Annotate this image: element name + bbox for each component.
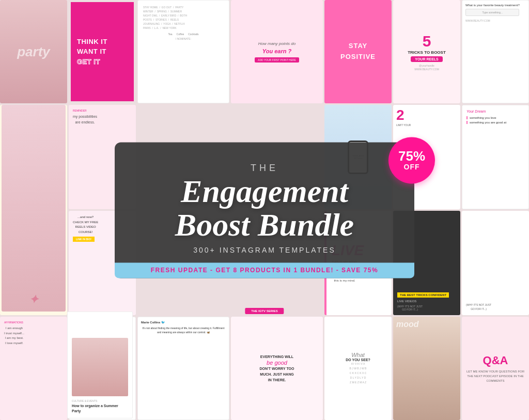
bg-tile-yourdream: Your Dream something you love something … xyxy=(462,105,529,209)
person-photo-card: ✦ xyxy=(2,105,66,312)
subtitle: 300+ Instagram Templates xyxy=(146,246,383,254)
main-title-line1: Engagement Boost Bundle xyxy=(146,175,383,242)
bg-tile-think: THINK IT WANT IT GET IT xyxy=(69,0,136,103)
bg-tile-tricks: 5 TRICKS TO BOOST YOUR REELS @yourhandle… xyxy=(393,0,460,103)
bg-tile-beauty: What is your favorite beauty treatment? … xyxy=(462,0,529,103)
bg-tile-notjust: (WHY IT'S NOT JUSTGO FOR IT...) xyxy=(462,211,529,315)
discount-badge: 75% OFF xyxy=(388,137,435,183)
bg-tile-howmany: How many points do You earn ? ADD YOUR F… xyxy=(231,0,323,103)
bg-tile-moodphoto: mood xyxy=(393,317,460,420)
bg-tile-staypositive: STAY POSITIVE xyxy=(324,0,392,103)
bg-tile-affirmations: AFFIRMATIONS I am enoughI trust myself..… xyxy=(0,317,67,420)
igtv-badge: THE IGTV SERIES xyxy=(245,308,284,314)
bg-tile-qa: Q&A LET ME KNOW YOUR QUESTIONS FOR THE N… xyxy=(462,317,529,420)
bg-tile-everything: EVERYTHING WILL be good DON'T WORRY TOOM… xyxy=(231,317,323,420)
blog-card: CULTURE & EVENTS How to organize a Summe… xyxy=(67,312,133,418)
main-overlay-box: 75% OFF THE Engagement Boost Bundle 300+… xyxy=(115,142,414,278)
banner-strip: Fresh Update - Get 8 Products in 1 Bundl… xyxy=(115,262,414,278)
bg-tile-whatdoyousee: What DO YOU SEE? A I V A I V AB J W B J … xyxy=(324,317,392,420)
bg-tile-tweet: Marie Collins 🐦 It's not about finding t… xyxy=(137,317,229,420)
bg-tile-party: party xyxy=(0,0,67,103)
bg-tile-checklist: STAY HOME / GO OUT / PARTY WINTER / SPRI… xyxy=(137,0,229,103)
the-label: THE xyxy=(146,163,383,174)
